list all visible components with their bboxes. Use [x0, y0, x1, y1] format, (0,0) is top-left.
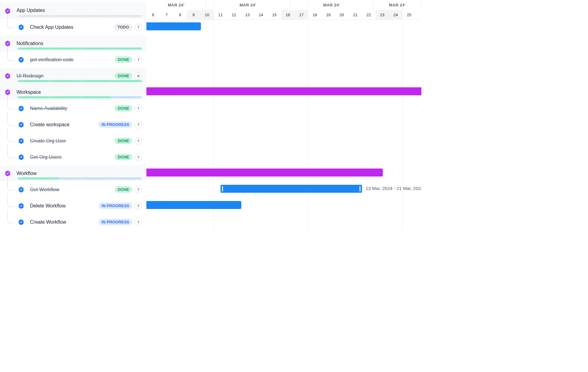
assignee-avatar[interactable]: T: [135, 186, 142, 193]
assignee-avatar[interactable]: N: [135, 72, 142, 80]
task-icon: [18, 186, 24, 193]
task-title: Get Org Users: [30, 154, 115, 160]
epic-icon: [4, 8, 11, 14]
epic-row-app-updates[interactable]: App Updates: [0, 2, 146, 19]
gantt-panel: MAR 24'MAR 24'MAR 24'MAR 24' 67891011121…: [146, 0, 421, 230]
task-title: Name Availability: [30, 106, 115, 111]
assignee-avatar[interactable]: T: [135, 137, 142, 145]
task-icon: [18, 203, 24, 209]
epic-icon: [4, 40, 11, 47]
assignee-avatar[interactable]: T: [135, 105, 142, 112]
epic-icon: [4, 73, 11, 79]
status-badge-todo[interactable]: TODO: [114, 24, 132, 31]
task-row-create-org-user[interactable]: Create Org UserDONET: [0, 133, 146, 149]
gantt-bar-label: 13 Mar, 2024 - 21 Mar, 2024: [366, 186, 421, 191]
epic-progress: [18, 15, 142, 17]
task-row-check-app-updates[interactable]: Check App UpdatesTODOT: [0, 19, 146, 35]
status-badge-done[interactable]: DONE: [115, 56, 132, 63]
task-row-create-workspace[interactable]: Create workspaceIN PROGRESST: [0, 116, 146, 133]
task-row-name-availability[interactable]: Name AvailabilityDONET: [0, 100, 146, 116]
task-title: Create Workflow: [30, 219, 99, 225]
assignee-avatar[interactable]: T: [135, 121, 142, 128]
timeline-header: MAR 24'MAR 24'MAR 24'MAR 24' 67891011121…: [146, 0, 421, 20]
task-icon: [18, 219, 24, 226]
epic-row-workflow[interactable]: Workflow: [0, 165, 146, 181]
task-title: Delete Workflow: [30, 203, 99, 209]
task-icon: [18, 154, 24, 161]
epic-progress: [18, 177, 142, 180]
task-row-delete-workflow[interactable]: Delete WorkflowIN PROGRESST: [0, 198, 146, 214]
task-title: Create Org User: [30, 138, 115, 144]
status-badge-progress[interactable]: IN PROGRESS: [99, 203, 132, 209]
assignee-avatar[interactable]: T: [135, 56, 142, 63]
task-row-get-org-users[interactable]: Get Org UsersDONET: [0, 149, 146, 165]
epic-row-notifications[interactable]: Notifications: [0, 35, 146, 51]
task-icon: [18, 138, 24, 144]
assignee-avatar[interactable]: T: [135, 154, 142, 161]
task-icon: [18, 24, 24, 31]
epic-title: Workflow: [17, 171, 146, 176]
task-title: Get Workflow: [30, 187, 115, 192]
task-row-create-workflow[interactable]: Create WorkflowIN PROGRESST: [0, 214, 146, 230]
task-icon: [18, 121, 24, 128]
status-badge-progress[interactable]: IN PROGRESS: [99, 219, 132, 225]
status-badge-done[interactable]: DONE: [115, 186, 132, 193]
task-title: Check App Updates: [30, 25, 114, 30]
gantt-bar[interactable]: [146, 201, 241, 209]
assignee-avatar[interactable]: T: [135, 202, 142, 210]
epic-title: App Updates: [17, 8, 146, 13]
epic-row-ui-redesign[interactable]: UI RedesignDONEN: [0, 68, 146, 84]
epic-progress: [18, 80, 142, 82]
task-icon: [18, 105, 24, 112]
epic-progress: [18, 47, 142, 50]
task-title: Create workspace: [30, 122, 99, 127]
epic-icon: [4, 89, 11, 96]
gantt-bar[interactable]: [146, 87, 421, 95]
epic-title: UI Redesign: [17, 73, 115, 79]
gantt-bar[interactable]: [146, 22, 201, 30]
status-badge-done[interactable]: DONE: [115, 138, 132, 144]
status-badge-done[interactable]: DONE: [115, 105, 132, 112]
epic-row-workspace[interactable]: Workspace: [0, 84, 146, 100]
epic-title: Workspace: [17, 89, 146, 95]
gantt-bar[interactable]: [146, 169, 383, 177]
epic-title: Notifications: [17, 41, 146, 46]
status-badge-done[interactable]: DONE: [115, 73, 132, 79]
status-badge-done[interactable]: DONE: [115, 154, 132, 160]
status-badge-progress[interactable]: IN PROGRESS: [99, 121, 132, 128]
task-list-panel: App UpdatesCheck App UpdatesTODOTNotific…: [0, 0, 146, 230]
task-row-get-workflow[interactable]: Get WorkflowDONET: [0, 181, 146, 198]
assignee-avatar[interactable]: T: [135, 24, 142, 31]
task-row-get-verification-code[interactable]: get verification codeDONET: [0, 51, 146, 68]
task-icon: [18, 56, 24, 63]
epic-progress: [18, 96, 142, 98]
epic-icon: [4, 170, 11, 177]
task-title: get verification code: [30, 57, 115, 63]
assignee-avatar[interactable]: T: [135, 218, 142, 226]
gantt-bar[interactable]: 13 Mar, 2024 - 21 Mar, 2024: [221, 185, 362, 193]
